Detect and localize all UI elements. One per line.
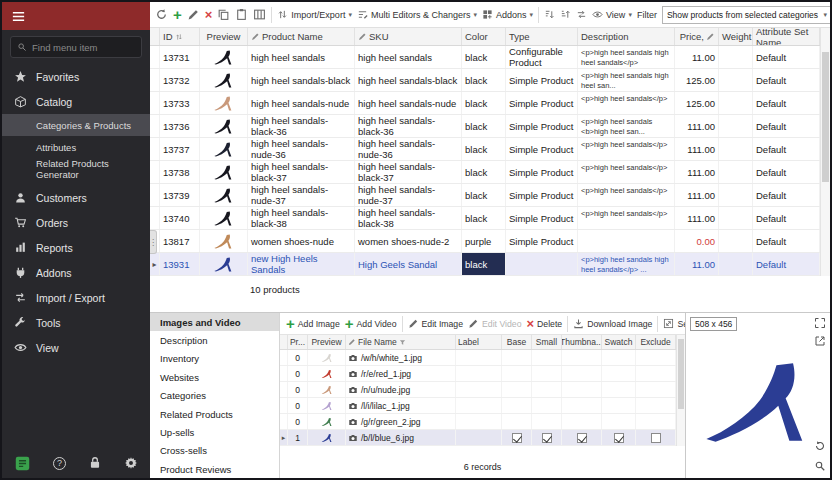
add-video-button[interactable]: +Add Video bbox=[345, 317, 397, 330]
tab-up-sells[interactable]: Up-sells bbox=[150, 423, 279, 441]
column-header-description[interactable]: Description bbox=[578, 28, 675, 45]
cell-exclude[interactable] bbox=[636, 414, 676, 429]
view-menu[interactable]: View▾ bbox=[592, 9, 632, 20]
table-row-selected[interactable]: 13931 new High Heels Sandals High Geels … bbox=[150, 253, 820, 276]
sidebar-item-favorites[interactable]: Favorites bbox=[2, 64, 150, 89]
column-header-priority[interactable]: Pr... bbox=[288, 335, 308, 349]
cell-swatch[interactable] bbox=[602, 382, 636, 397]
scrollbar-thumb[interactable] bbox=[822, 52, 829, 182]
copy-button[interactable] bbox=[217, 8, 230, 21]
column-header-type[interactable]: Type bbox=[506, 28, 578, 45]
sidebar-item-customers[interactable]: Customers bbox=[2, 185, 150, 210]
table-row[interactable]: 13739 high heel sandals-nude-37 high hee… bbox=[150, 184, 820, 207]
column-header-file-name[interactable]: File Name bbox=[346, 335, 456, 349]
sidebar-item-reports[interactable]: Reports bbox=[2, 235, 150, 260]
add-image-button[interactable]: +Add Image bbox=[286, 317, 340, 330]
cell-small[interactable] bbox=[532, 398, 562, 413]
cell-small[interactable] bbox=[532, 414, 562, 429]
sidebar-item-orders[interactable]: Orders bbox=[2, 210, 150, 235]
import-export-menu[interactable]: Import/Export▾ bbox=[277, 9, 352, 20]
cell-thumbnail[interactable] bbox=[562, 398, 602, 413]
cell-small[interactable] bbox=[532, 366, 562, 381]
cell-exclude[interactable] bbox=[636, 430, 676, 445]
column-header-sku[interactable]: SKU bbox=[355, 28, 462, 45]
lock-button[interactable] bbox=[88, 456, 102, 470]
cell-exclude[interactable] bbox=[636, 382, 676, 397]
refresh-button[interactable] bbox=[155, 8, 168, 21]
image-row[interactable]: 0 /w/h/white_1.jpg bbox=[280, 350, 676, 366]
sort-ascending-button[interactable] bbox=[544, 9, 555, 20]
panel-splitter-handle[interactable]: ⋮ bbox=[150, 230, 157, 254]
sidebar-item-catalog[interactable]: Catalog bbox=[2, 89, 150, 114]
tab-categories[interactable]: Categories bbox=[150, 387, 279, 405]
sidebar-item-addons[interactable]: Addons bbox=[2, 260, 150, 285]
image-row-selected[interactable]: 1 /b/l/blue_6.jpg bbox=[280, 430, 676, 446]
cell-swatch[interactable] bbox=[602, 414, 636, 429]
cell-base[interactable] bbox=[502, 430, 532, 445]
cell-base[interactable] bbox=[502, 398, 532, 413]
zoom-button[interactable] bbox=[814, 460, 826, 472]
cell-small[interactable] bbox=[532, 382, 562, 397]
download-image-button[interactable]: Download Image bbox=[573, 318, 652, 329]
pos-button[interactable] bbox=[14, 455, 31, 472]
sidebar-item-attributes[interactable]: Attributes bbox=[2, 136, 150, 158]
cell-base[interactable] bbox=[502, 366, 532, 381]
sort-descending-button[interactable] bbox=[560, 9, 571, 20]
sidebar-item-import-export[interactable]: Import / Export bbox=[2, 285, 150, 310]
checkbox-checked-icon[interactable] bbox=[512, 433, 522, 443]
paste-button[interactable] bbox=[235, 8, 248, 21]
help-button[interactable]: ? bbox=[53, 457, 66, 470]
sidebar-item-categories-products[interactable]: Categories & Products bbox=[2, 114, 150, 136]
cell-thumbnail[interactable] bbox=[562, 430, 602, 445]
tab-description[interactable]: Description bbox=[150, 331, 279, 349]
multi-editors-menu[interactable]: Multi Editors & Changers▾ bbox=[357, 9, 477, 20]
table-row[interactable]: 13738 high heel sandals-black-37 high he… bbox=[150, 161, 820, 184]
tab-inventory[interactable]: Inventory bbox=[150, 350, 279, 368]
table-row[interactable]: 13732 high heel sandals-black high heel … bbox=[150, 69, 820, 92]
checkbox-checked-icon[interactable] bbox=[614, 433, 624, 443]
cell-thumbnail[interactable] bbox=[562, 382, 602, 397]
column-header-color[interactable]: Color bbox=[462, 28, 506, 45]
checkbox-checked-icon[interactable] bbox=[577, 433, 587, 443]
tab-images-and-video[interactable]: Images and Video bbox=[150, 313, 279, 331]
column-header-attribute-set[interactable]: Attribute Set Name bbox=[753, 28, 820, 45]
tab-related-products[interactable]: Related Products bbox=[150, 405, 279, 423]
table-row[interactable]: 13731 high heel sandals high heel sandal… bbox=[150, 46, 820, 69]
settings-button[interactable] bbox=[124, 456, 138, 470]
column-header-swatch[interactable]: Swatch bbox=[602, 335, 636, 349]
scrollbar-thumb[interactable] bbox=[678, 339, 684, 409]
column-header-product-name[interactable]: Product Name bbox=[248, 28, 355, 45]
sidebar-item-tools[interactable]: Tools bbox=[2, 310, 150, 335]
delete-product-button[interactable]: × bbox=[205, 8, 213, 21]
filter-select[interactable]: Show products from selected categories▾ bbox=[662, 6, 830, 24]
column-header-small[interactable]: Small bbox=[532, 335, 562, 349]
column-header-label[interactable]: Label bbox=[456, 335, 502, 349]
cell-exclude[interactable] bbox=[636, 350, 676, 365]
image-row[interactable]: 0 /r/e/red_1.jpg bbox=[280, 366, 676, 382]
cell-thumbnail[interactable] bbox=[562, 350, 602, 365]
delete-image-button[interactable]: ×Delete bbox=[526, 317, 562, 330]
column-header-id[interactable]: ID bbox=[160, 28, 200, 45]
grid-scrollbar[interactable] bbox=[820, 28, 830, 276]
cell-base[interactable] bbox=[502, 350, 532, 365]
cell-swatch[interactable] bbox=[602, 430, 636, 445]
hamburger-menu-button[interactable] bbox=[11, 9, 26, 24]
tab-websites[interactable]: Websites bbox=[150, 368, 279, 386]
swap-columns-button[interactable] bbox=[576, 9, 587, 20]
column-header-preview[interactable]: Preview bbox=[308, 335, 346, 349]
edit-product-button[interactable] bbox=[187, 8, 200, 21]
column-header-preview[interactable]: Preview bbox=[200, 28, 248, 45]
image-row[interactable]: 0 /n/u/nude.jpg bbox=[280, 382, 676, 398]
column-header-thumbnail[interactable]: Thumbna... bbox=[562, 335, 602, 349]
cell-thumbnail[interactable] bbox=[562, 414, 602, 429]
cell-swatch[interactable] bbox=[602, 350, 636, 365]
image-row[interactable]: 0 /l/i/lilac_1.jpg bbox=[280, 398, 676, 414]
tab-product-reviews[interactable]: Product Reviews bbox=[150, 460, 279, 478]
column-header-exclude[interactable]: Exclude bbox=[636, 335, 676, 349]
column-header-weight[interactable]: Weight bbox=[719, 28, 753, 45]
cell-swatch[interactable] bbox=[602, 366, 636, 381]
search-input[interactable] bbox=[32, 42, 135, 53]
edit-video-button[interactable]: Edit Video bbox=[468, 318, 521, 329]
sidebar-search[interactable] bbox=[10, 36, 142, 58]
columns-button[interactable] bbox=[253, 8, 266, 21]
